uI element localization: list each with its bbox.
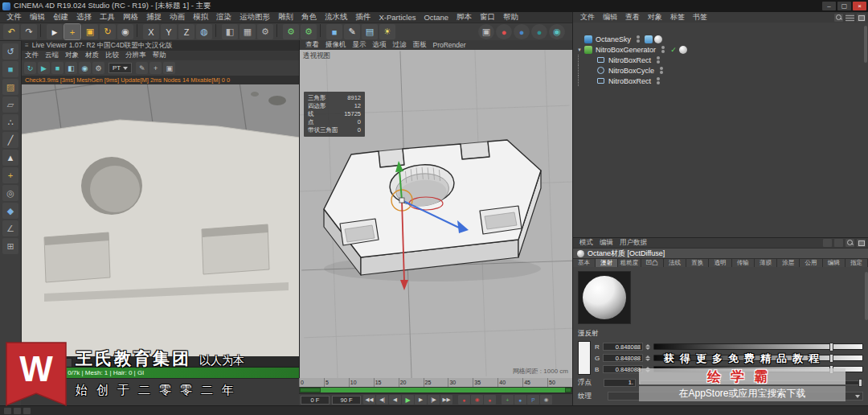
record-button[interactable]: ●	[458, 395, 470, 405]
current-frame-marker[interactable]	[300, 388, 321, 392]
menu-item[interactable]: Octane	[420, 13, 452, 22]
object-name[interactable]: OctaneSky	[596, 35, 631, 43]
object-row[interactable]: NitroBoxRect	[573, 76, 868, 86]
viewport-menu-item[interactable]: ProRender	[430, 41, 469, 49]
viewport-menu-item[interactable]: 过滤	[390, 40, 410, 50]
live-viewer-tool-icon[interactable]: +	[149, 62, 162, 74]
toolbar-icon[interactable]: ⚙	[283, 24, 299, 39]
menu-item[interactable]: 创建	[49, 12, 72, 23]
menu-item[interactable]: 文件	[2, 12, 26, 23]
toolbar-icon[interactable]	[40, 24, 43, 37]
live-viewer-tool-icon[interactable]: ◉	[79, 62, 91, 74]
toolbar-icon[interactable]: ☀	[379, 24, 395, 39]
object-name[interactable]: NitroBoxCycle	[608, 67, 654, 75]
toolbar-icon[interactable]: ◍	[196, 24, 212, 39]
range-end-handle[interactable]	[565, 388, 571, 392]
search-icon[interactable]	[845, 239, 854, 247]
toolbar-icon[interactable]: Z	[178, 24, 194, 39]
mode-toolbar-icon[interactable]: ◎	[2, 185, 18, 201]
live-viewer-menu-item[interactable]: 云端	[42, 51, 62, 60]
transport-button[interactable]: ◀	[389, 395, 401, 405]
channel-tab[interactable]: 透明	[709, 259, 731, 267]
menu-item[interactable]: 角色	[297, 12, 321, 23]
live-viewer-menu-item[interactable]: 材质	[82, 51, 102, 60]
toolbar-icon[interactable]: ↷	[21, 24, 37, 39]
channel-tab[interactable]: 指定	[845, 259, 868, 267]
toolbar-icon[interactable]	[276, 24, 280, 37]
object-tag-icon[interactable]	[645, 35, 653, 43]
search-icon[interactable]	[834, 14, 843, 22]
material-preview[interactable]	[578, 271, 631, 324]
attribute-menu-item[interactable]: 用户数据	[616, 238, 650, 248]
om-scrollbar[interactable]	[864, 26, 867, 63]
live-viewer-menu-item[interactable]: 对象	[62, 51, 82, 60]
preview-range[interactable]	[300, 388, 571, 392]
mode-toolbar-icon[interactable]: ∠	[2, 220, 18, 236]
toolbar-icon[interactable]: Y	[161, 24, 177, 39]
live-viewer-tool-icon[interactable]: ◧	[65, 62, 77, 74]
viewport-menu-item[interactable]: 显示	[350, 40, 370, 50]
visibility-dots[interactable]	[657, 77, 660, 84]
timeline-ruler[interactable]: 05101520253035404550	[299, 378, 572, 387]
object-name[interactable]: NitroBoxGenerator	[596, 46, 656, 54]
object-tag-icon[interactable]	[654, 35, 662, 43]
minimize-button[interactable]: –	[822, 2, 836, 10]
maximize-button[interactable]: ▢	[837, 2, 851, 10]
live-viewer-tool-icon[interactable]: ⚙	[92, 62, 104, 74]
channel-value-field[interactable]: 0.848088	[603, 365, 643, 373]
octane-toolbar-icon[interactable]: ●	[514, 24, 530, 39]
record-button[interactable]: ●	[484, 395, 496, 405]
toolbar-icon[interactable]: ↶	[3, 24, 19, 39]
object-tag-icon[interactable]	[669, 46, 678, 54]
octane-toolbar-icon[interactable]: ●	[531, 24, 547, 39]
channel-value-field[interactable]: 0.848088	[603, 354, 643, 362]
toolbar-icon[interactable]: ✎	[344, 24, 360, 39]
channel-tab[interactable]: 凹凸	[641, 259, 664, 267]
mode-toolbar-icon[interactable]: ◆	[2, 203, 18, 219]
toolbar-icon[interactable]: ▤	[362, 24, 378, 39]
menu-item[interactable]: 工具	[96, 12, 119, 23]
channel-tab[interactable]: 漫射	[596, 259, 618, 267]
menu-item[interactable]: 窗口	[476, 12, 499, 23]
live-viewer-tool-icon[interactable]: ↻	[24, 62, 36, 74]
mode-toolbar-icon[interactable]: ╱	[2, 132, 18, 148]
om-menu-item[interactable]: 文件	[576, 12, 599, 23]
back-icon[interactable]	[823, 239, 832, 247]
menu-item[interactable]: 运动图形	[235, 12, 274, 23]
channel-tab[interactable]: 编辑	[823, 259, 845, 267]
slider-handle[interactable]	[858, 379, 862, 387]
stepper-icon[interactable]	[645, 343, 651, 351]
visibility-dots[interactable]	[661, 46, 665, 53]
channel-slider[interactable]	[653, 343, 863, 350]
filter-icon[interactable]	[845, 14, 854, 22]
toolbar-icon[interactable]: +	[64, 24, 80, 39]
visibility-dots[interactable]	[660, 67, 663, 74]
lock-icon[interactable]	[857, 239, 866, 247]
menu-item[interactable]: 流水线	[321, 12, 352, 23]
viewport-menu-item[interactable]: 选项	[370, 40, 390, 50]
forward-icon[interactable]	[834, 239, 843, 247]
octane-render-view[interactable]	[22, 84, 299, 356]
toolbar-icon[interactable]: X	[143, 24, 159, 39]
menu-item[interactable]: 编辑	[26, 12, 49, 23]
menu-item[interactable]: 帮助	[499, 12, 522, 23]
end-frame-field[interactable]: 90 F	[332, 396, 361, 405]
expand-arrow-icon[interactable]: ▾	[576, 47, 583, 53]
toolbar-icon[interactable]: ⚙	[301, 24, 317, 39]
titlebar[interactable]: CINEMA 4D R19.024 Studio (RC - R19) - [未…	[0, 0, 868, 12]
om-menu-item[interactable]: 对象	[644, 12, 666, 23]
mode-toolbar-icon[interactable]: ∴	[2, 114, 18, 130]
live-viewer-menu-item[interactable]: 帮助	[149, 51, 170, 60]
close-button[interactable]: ×	[853, 2, 866, 10]
channel-value-field[interactable]: 0.848088	[603, 343, 643, 351]
menu-item[interactable]: 插件	[352, 12, 375, 23]
live-viewer-menu-item[interactable]: 文件	[22, 51, 42, 60]
menu-item[interactable]: 选择	[72, 12, 96, 23]
mode-toolbar-icon[interactable]: ▱	[2, 97, 18, 113]
object-tag-icon[interactable]	[679, 46, 687, 54]
keyflag-button[interactable]: ●	[514, 395, 526, 405]
channel-tab[interactable]: 涂层	[777, 259, 800, 267]
octane-toolbar-icon[interactable]: ●	[496, 24, 512, 39]
toolbar-icon[interactable]: ►	[47, 24, 63, 39]
toolbar-icon[interactable]: ◉	[117, 24, 133, 39]
